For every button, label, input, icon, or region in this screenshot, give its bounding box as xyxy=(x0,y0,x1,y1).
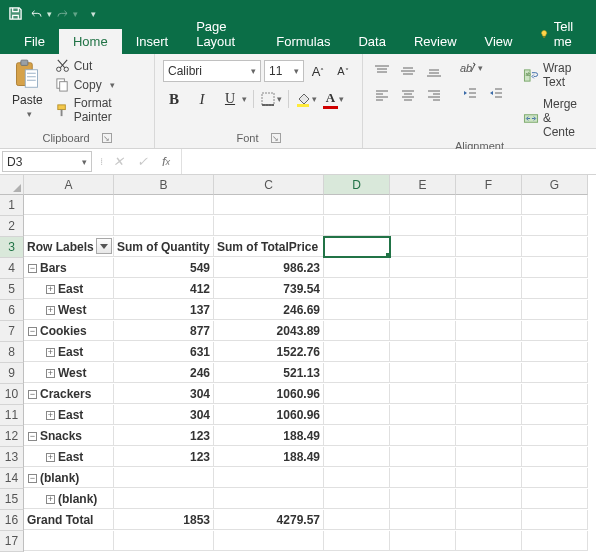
row-header[interactable]: 6 xyxy=(0,300,24,321)
filter-dropdown-icon[interactable] xyxy=(96,238,112,254)
cell[interactable] xyxy=(324,384,390,404)
cell[interactable] xyxy=(456,510,522,530)
cell[interactable] xyxy=(24,531,114,551)
column-header[interactable]: A xyxy=(24,175,114,195)
column-header[interactable]: E xyxy=(390,175,456,195)
cell[interactable] xyxy=(456,279,522,299)
expand-icon[interactable]: + xyxy=(46,285,55,294)
cell[interactable] xyxy=(390,321,456,341)
cell[interactable]: 123 xyxy=(114,426,214,446)
cell[interactable]: 1853 xyxy=(114,510,214,530)
row-header[interactable]: 17 xyxy=(0,531,24,552)
cell[interactable] xyxy=(456,321,522,341)
cell[interactable] xyxy=(324,258,390,278)
cell[interactable] xyxy=(324,447,390,467)
cell[interactable] xyxy=(214,195,324,215)
cell[interactable] xyxy=(522,363,588,383)
expand-icon[interactable]: + xyxy=(46,453,55,462)
cell[interactable]: 246 xyxy=(114,363,214,383)
expand-icon[interactable]: + xyxy=(46,369,55,378)
paste-button[interactable]: Paste ▾ xyxy=(8,57,47,121)
cell[interactable] xyxy=(390,405,456,425)
cell[interactable] xyxy=(214,216,324,236)
cell[interactable]: 1522.76 xyxy=(214,342,324,362)
row-header[interactable]: 13 xyxy=(0,447,24,468)
increase-indent-icon[interactable] xyxy=(485,82,507,104)
cell[interactable] xyxy=(390,237,456,257)
row-header[interactable]: 1 xyxy=(0,195,24,216)
tab-view[interactable]: View xyxy=(471,29,527,54)
column-header[interactable]: C xyxy=(214,175,324,195)
cell[interactable] xyxy=(522,510,588,530)
cell[interactable]: +East xyxy=(24,447,114,467)
decrease-font-icon[interactable]: A˅ xyxy=(332,60,354,82)
cell[interactable] xyxy=(522,531,588,551)
increase-font-icon[interactable]: A˄ xyxy=(307,60,329,82)
tab-formulas[interactable]: Formulas xyxy=(262,29,344,54)
cell[interactable]: +East xyxy=(24,342,114,362)
cell[interactable] xyxy=(522,258,588,278)
cell[interactable]: Sum of TotalPrice xyxy=(214,237,324,257)
expand-icon[interactable]: + xyxy=(46,411,55,420)
cell[interactable]: 4279.57 xyxy=(214,510,324,530)
cell[interactable]: −Cookies xyxy=(24,321,114,341)
cell[interactable]: 2043.89 xyxy=(214,321,324,341)
align-middle-icon[interactable] xyxy=(397,60,419,82)
collapse-icon[interactable]: − xyxy=(28,432,37,441)
align-center-icon[interactable] xyxy=(397,84,419,106)
column-header[interactable]: B xyxy=(114,175,214,195)
row-header[interactable]: 7 xyxy=(0,321,24,342)
cell[interactable] xyxy=(456,216,522,236)
cell[interactable] xyxy=(390,384,456,404)
column-header[interactable]: D xyxy=(324,175,390,195)
cell[interactable] xyxy=(522,342,588,362)
cell[interactable] xyxy=(390,510,456,530)
cell[interactable] xyxy=(24,195,114,215)
cell[interactable] xyxy=(456,300,522,320)
dialog-launcher-icon[interactable]: ↘ xyxy=(271,133,281,143)
save-icon[interactable] xyxy=(4,3,26,25)
cell[interactable]: −(blank) xyxy=(24,468,114,488)
row-header[interactable]: 16 xyxy=(0,510,24,531)
cell[interactable] xyxy=(522,237,588,257)
cell[interactable]: 739.54 xyxy=(214,279,324,299)
row-header[interactable]: 10 xyxy=(0,384,24,405)
cell[interactable] xyxy=(324,279,390,299)
cell[interactable] xyxy=(324,426,390,446)
undo-icon[interactable]: ▾ xyxy=(30,3,52,25)
expand-icon[interactable]: + xyxy=(46,495,55,504)
cell[interactable]: 246.69 xyxy=(214,300,324,320)
formula-input[interactable] xyxy=(182,149,596,174)
cell[interactable] xyxy=(324,321,390,341)
enter-icon[interactable]: ✓ xyxy=(133,153,151,171)
cell[interactable] xyxy=(456,426,522,446)
cell[interactable] xyxy=(324,300,390,320)
align-left-icon[interactable] xyxy=(371,84,393,106)
tab-home[interactable]: Home xyxy=(59,29,122,54)
cell[interactable]: 137 xyxy=(114,300,214,320)
cell[interactable]: −Snacks xyxy=(24,426,114,446)
format-painter-button[interactable]: Format Painter xyxy=(53,95,146,125)
tab-page-layout[interactable]: Page Layout xyxy=(182,14,262,54)
tab-data[interactable]: Data xyxy=(344,29,399,54)
align-right-icon[interactable] xyxy=(423,84,445,106)
cell[interactable] xyxy=(390,363,456,383)
cell[interactable]: 1060.96 xyxy=(214,384,324,404)
cell[interactable]: 123 xyxy=(114,447,214,467)
cell[interactable] xyxy=(522,195,588,215)
cell[interactable] xyxy=(114,216,214,236)
cell[interactable] xyxy=(324,363,390,383)
italic-button[interactable]: I xyxy=(191,88,213,110)
fx-icon[interactable]: fx xyxy=(157,153,175,171)
cell[interactable] xyxy=(522,447,588,467)
merge-center-button[interactable]: Merge & Cente xyxy=(521,96,588,140)
fill-color-button[interactable]: ▾ xyxy=(295,91,317,107)
font-color-button[interactable]: A▾ xyxy=(323,90,344,109)
cell[interactable]: 549 xyxy=(114,258,214,278)
cell[interactable] xyxy=(390,468,456,488)
cell[interactable]: 986.23 xyxy=(214,258,324,278)
row-header[interactable]: 9 xyxy=(0,363,24,384)
cell[interactable] xyxy=(214,489,324,509)
cell[interactable] xyxy=(456,405,522,425)
bold-button[interactable]: B xyxy=(163,88,185,110)
